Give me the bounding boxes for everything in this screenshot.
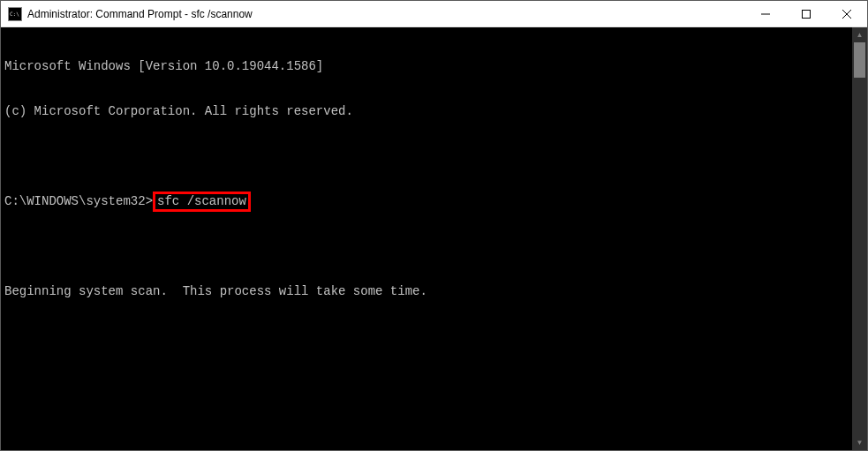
window-controls <box>745 1 867 26</box>
prompt-prefix: C:\WINDOWS\system32> <box>4 194 153 208</box>
version-line: Microsoft Windows [Version 10.0.19044.15… <box>4 59 849 74</box>
scroll-track[interactable] <box>852 42 867 435</box>
minimize-icon <box>761 10 770 19</box>
scroll-down-arrow[interactable]: ▼ <box>852 435 867 450</box>
close-icon <box>842 10 851 19</box>
status-line: Beginning system scan. This process will… <box>4 284 849 299</box>
command-prompt-window: Administrator: Command Prompt - sfc /sca… <box>0 0 868 451</box>
scroll-up-arrow[interactable]: ▲ <box>852 27 867 42</box>
copyright-line: (c) Microsoft Corporation. All rights re… <box>4 104 849 119</box>
blank-line <box>4 149 849 164</box>
highlighted-command: sfc /scannow <box>153 192 251 212</box>
title-bar[interactable]: Administrator: Command Prompt - sfc /sca… <box>1 1 867 27</box>
svg-rect-1 <box>803 10 811 18</box>
terminal-container: Microsoft Windows [Version 10.0.19044.15… <box>1 27 867 450</box>
minimize-button[interactable] <box>745 1 786 26</box>
terminal-output[interactable]: Microsoft Windows [Version 10.0.19044.15… <box>1 27 852 450</box>
close-button[interactable] <box>826 1 867 26</box>
window-title: Administrator: Command Prompt - sfc /sca… <box>27 8 253 20</box>
command-line: C:\WINDOWS\system32>sfc /scannow <box>4 194 849 209</box>
vertical-scrollbar[interactable]: ▲ ▼ <box>852 27 867 450</box>
maximize-icon <box>802 10 811 19</box>
cmd-icon <box>8 7 22 21</box>
blank-line <box>4 239 849 254</box>
maximize-button[interactable] <box>786 1 826 26</box>
scroll-thumb[interactable] <box>854 42 865 78</box>
